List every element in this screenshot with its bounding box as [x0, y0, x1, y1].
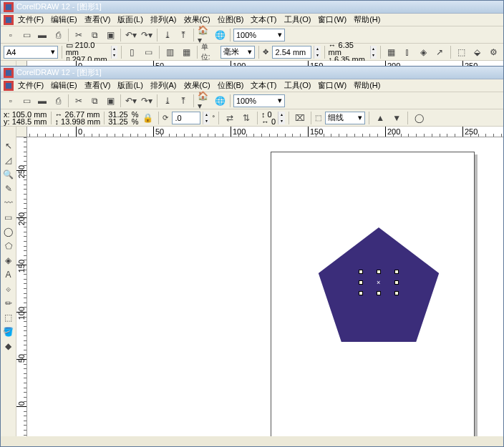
landscape-button[interactable]: ▭ — [142, 45, 155, 59]
to-back-button[interactable]: ▼ — [389, 111, 404, 125]
mirror-h-button[interactable]: ⇄ — [223, 111, 237, 125]
export-button[interactable]: ⤒ — [176, 94, 190, 108]
paste-button[interactable]: ▣ — [103, 94, 117, 108]
draw-complex-button[interactable]: ⬙ — [470, 45, 484, 59]
menu-arrange[interactable]: 排列(A) — [150, 80, 177, 91]
menu-edit[interactable]: 编辑(E) — [51, 14, 77, 25]
interactive-fill-tool[interactable]: ◆ — [1, 339, 16, 353]
page-dims-spinner[interactable]: ▴▾ — [111, 46, 118, 59]
mirror-v-button[interactable]: ⇅ — [239, 111, 253, 125]
to-front-button[interactable]: ▲ — [373, 111, 387, 125]
zoom-combo[interactable]: 100%▾ — [233, 94, 285, 107]
menu-layout[interactable]: 版面(L) — [117, 14, 142, 25]
outer-titlebar[interactable]: CorelDRAW 12 - [图形1] — [1, 1, 503, 14]
handle-se[interactable] — [394, 291, 399, 295]
handle-n[interactable] — [377, 270, 381, 274]
zoom-tool[interactable]: 🔍 — [1, 167, 16, 182]
save-button[interactable]: ▬ — [35, 94, 49, 108]
menu-file[interactable]: 文件(F) — [18, 80, 44, 91]
menu-layout[interactable]: 版面(L) — [117, 80, 142, 91]
handle-ne[interactable] — [394, 270, 399, 274]
pick-tool[interactable]: ↖ — [1, 139, 16, 153]
ruler-corner[interactable] — [16, 127, 27, 137]
handle-sw[interactable] — [359, 291, 363, 295]
corel-online-button[interactable]: 🌐 — [213, 28, 227, 42]
undo-button[interactable]: ↶▾ — [124, 94, 138, 108]
paste-button[interactable]: ▣ — [103, 28, 117, 42]
import-button[interactable]: ⤓ — [160, 28, 175, 42]
redo-button[interactable]: ↷▾ — [140, 28, 154, 42]
smart-draw-tool[interactable]: 〰 — [1, 196, 16, 210]
eyedropper-tool[interactable]: ✏ — [1, 296, 16, 310]
redo-button[interactable]: ↷▾ — [140, 94, 154, 108]
inner-titlebar[interactable]: CorelDRAW 12 - [图形1] — [1, 67, 503, 79]
handle-s[interactable] — [377, 291, 381, 295]
menu-bitmap[interactable]: 位图(B) — [218, 80, 244, 91]
rotate-input[interactable]: .0 — [172, 112, 200, 124]
menu-view[interactable]: 查看(V) — [84, 80, 111, 91]
undo-button[interactable]: ↶▾ — [124, 28, 138, 42]
open-button[interactable]: ▭ — [19, 94, 34, 108]
text-tool[interactable]: A — [1, 267, 16, 282]
convert-curves-button[interactable]: ◯ — [412, 111, 426, 125]
menu-window[interactable]: 窗口(W) — [318, 14, 346, 25]
import-button[interactable]: ⤓ — [160, 94, 175, 108]
menu-bitmap[interactable]: 位图(B) — [218, 14, 244, 25]
handle-w[interactable] — [359, 280, 363, 285]
menu-view[interactable]: 查看(V) — [84, 14, 111, 25]
menu-file[interactable]: 文件(F) — [18, 14, 44, 25]
portrait-button[interactable]: ▯ — [125, 45, 139, 59]
menu-effects[interactable]: 效果(C) — [184, 80, 210, 91]
cut-button[interactable]: ✂ — [72, 28, 86, 42]
options-button[interactable]: ⚙ — [487, 45, 500, 59]
app-launcher-button[interactable]: 🏠▾ — [197, 28, 211, 42]
colrow-spinner[interactable]: ▴▾ — [278, 112, 285, 124]
rotate-spinner[interactable]: ▴▾ — [203, 112, 210, 124]
inner-vertical-ruler[interactable]: 300250200150100500 — [16, 137, 27, 436]
facing-pages-button[interactable]: ▦ — [179, 45, 193, 59]
menu-help[interactable]: 帮助(H) — [354, 14, 380, 25]
menu-tools[interactable]: 工具(O) — [284, 14, 311, 25]
menu-text[interactable]: 文本(T) — [251, 80, 276, 91]
cut-button[interactable]: ✂ — [72, 94, 86, 108]
snap-to-grid-button[interactable]: ▦ — [384, 45, 398, 59]
treat-as-filled-button[interactable]: ⬚ — [455, 45, 468, 59]
polygon-tool[interactable]: ⬠ — [1, 239, 16, 253]
doc-icon[interactable] — [4, 15, 14, 25]
freehand-tool[interactable]: ✎ — [1, 182, 16, 196]
menu-text[interactable]: 文本(T) — [251, 14, 276, 25]
units-combo[interactable]: 毫米▾ — [220, 46, 256, 59]
copy-button[interactable]: ⧉ — [87, 28, 102, 42]
nudge-spinner[interactable]: ▴▾ — [314, 46, 321, 59]
doc-icon[interactable] — [4, 81, 14, 91]
shape-tool[interactable]: ◿ — [1, 153, 16, 167]
export-button[interactable]: ⤒ — [176, 28, 190, 42]
wrap-text-button[interactable]: ⌧ — [293, 111, 307, 125]
snap-to-guides-button[interactable]: ⫿ — [401, 45, 415, 59]
menu-help[interactable]: 帮助(H) — [354, 80, 380, 91]
copy-button[interactable]: ⧉ — [87, 94, 102, 108]
corel-online-button[interactable]: 🌐 — [213, 94, 227, 108]
multipage-button[interactable]: ▥ — [163, 45, 177, 59]
menu-tools[interactable]: 工具(O) — [284, 80, 311, 91]
snap-to-objects-button[interactable]: ◈ — [417, 45, 430, 59]
basic-shapes-tool[interactable]: ◈ — [1, 253, 16, 267]
outline-width-combo[interactable]: 细线▾ — [325, 112, 365, 124]
save-button[interactable]: ▬ — [35, 28, 49, 42]
dynamic-guides-button[interactable]: ↗ — [432, 45, 446, 59]
ellipse-tool[interactable]: ◯ — [1, 225, 16, 239]
dup-spinner[interactable]: ▴▾ — [370, 46, 377, 59]
new-button[interactable]: ▫ — [4, 28, 18, 42]
lock-ratio-button[interactable]: 🔒 — [140, 111, 155, 125]
handle-e[interactable] — [394, 280, 399, 285]
nudge-input[interactable]: 2.54 mm — [272, 46, 311, 59]
inner-horizontal-ruler[interactable]: -50050100150200250 — [27, 127, 503, 137]
interactive-blend-tool[interactable]: ⟐ — [1, 282, 16, 296]
fill-tool[interactable]: 🪣 — [1, 325, 16, 339]
new-button[interactable]: ▫ — [4, 94, 18, 108]
open-button[interactable]: ▭ — [19, 28, 34, 42]
app-launcher-button[interactable]: 🏠▾ — [197, 94, 211, 108]
menu-edit[interactable]: 编辑(E) — [51, 80, 77, 91]
paper-size-combo[interactable]: A4▾ — [4, 46, 58, 59]
zoom-combo[interactable]: 100%▾ — [233, 29, 285, 41]
